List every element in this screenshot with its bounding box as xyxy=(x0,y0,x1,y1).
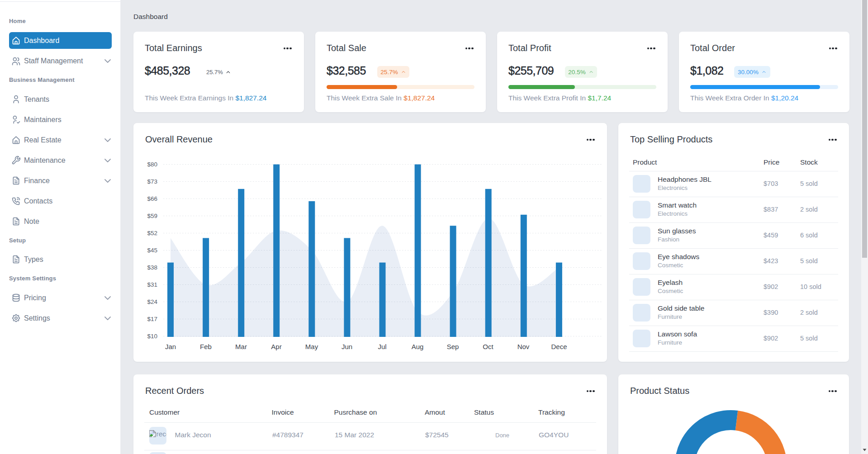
svg-text:$80: $80 xyxy=(147,161,157,168)
svg-text:$66: $66 xyxy=(147,195,157,202)
svg-text:Feb: Feb xyxy=(200,343,212,350)
svg-text:$38: $38 xyxy=(147,264,157,271)
svg-text:$45: $45 xyxy=(147,247,157,254)
svg-text:May: May xyxy=(305,343,318,350)
svg-text:Apr: Apr xyxy=(271,343,281,350)
svg-text:$59: $59 xyxy=(147,213,157,219)
svg-text:Nov: Nov xyxy=(517,343,530,350)
svg-text:Jan: Jan xyxy=(165,343,176,350)
svg-text:$31: $31 xyxy=(147,281,157,288)
svg-text:Aug: Aug xyxy=(412,343,424,350)
svg-text:Jun: Jun xyxy=(342,343,352,350)
svg-text:$10: $10 xyxy=(147,333,157,340)
svg-text:Dece: Dece xyxy=(551,343,567,350)
svg-text:Oct: Oct xyxy=(483,343,493,350)
svg-text:Mar: Mar xyxy=(235,343,247,350)
svg-text:Sep: Sep xyxy=(447,343,459,350)
svg-text:$52: $52 xyxy=(147,230,157,236)
svg-text:$73: $73 xyxy=(147,178,157,185)
svg-text:Jul: Jul xyxy=(378,343,386,350)
svg-text:$24: $24 xyxy=(147,298,157,305)
svg-text:$17: $17 xyxy=(147,316,157,322)
